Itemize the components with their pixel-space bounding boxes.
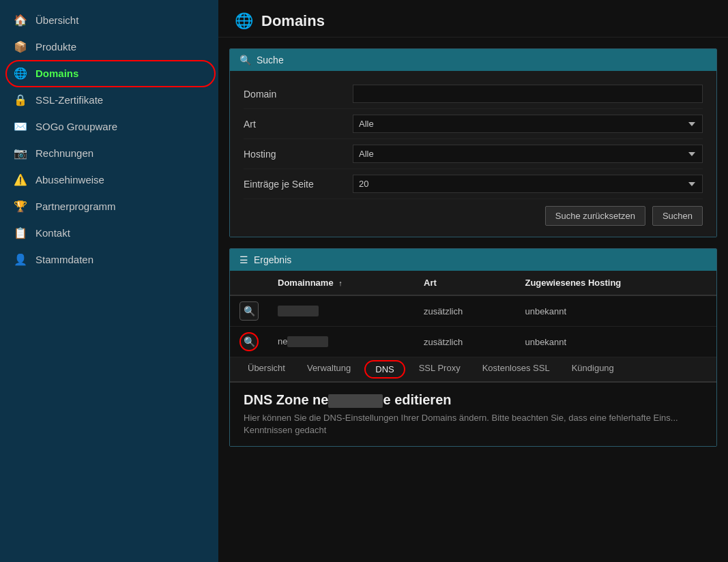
entries-row: Einträge je Seite 10 20 50 100 (244, 169, 703, 199)
sidebar-label-kontakt: Kontakt (35, 227, 70, 239)
row-search-cell: 🔍 (230, 327, 268, 357)
sidebar-item-uebersicht[interactable]: 🏠 Übersicht (0, 7, 218, 33)
hosting-row: Hosting Alle (244, 139, 703, 169)
tabs-bar: ÜbersichtVerwaltungDNSSSL ProxyKostenlos… (230, 357, 716, 383)
tab-uebersicht[interactable]: Übersicht (237, 357, 296, 383)
dns-zone-section: DNS Zone ne e editierenHier können Sie d… (230, 383, 716, 446)
art-label: Art (244, 119, 353, 130)
sidebar-icon-partnerprogramm: 🏆 (14, 200, 27, 213)
globe-icon: 🌐 (235, 12, 253, 30)
sidebar-item-abusehinweise[interactable]: ⚠️ Abusehinweise (0, 166, 218, 193)
table-row: 🔍 ne zusätzlich unbekannt (230, 327, 716, 357)
search-panel-header: 🔍 Suche (230, 49, 716, 71)
row-hosting: unbekannt (515, 295, 716, 327)
expanded-cell: ÜbersichtVerwaltungDNSSSL ProxyKostenlos… (230, 357, 716, 447)
tab-verwaltung[interactable]: Verwaltung (296, 357, 362, 383)
row-search-icon[interactable]: 🔍 (239, 332, 259, 351)
hosting-label: Hosting (244, 149, 353, 160)
row-domain (268, 295, 414, 327)
tab-ssl-proxy[interactable]: SSL Proxy (408, 357, 471, 383)
search-header-label: Suche (257, 55, 284, 65)
sidebar-label-uebersicht: Übersicht (35, 14, 78, 26)
sidebar-item-stammdaten[interactable]: 👤 Stammdaten (0, 246, 218, 273)
row-art: zusätzlich (414, 327, 515, 357)
sidebar-item-partnerprogramm[interactable]: 🏆 Partnerprogramm (0, 193, 218, 220)
form-actions: Suche zurücksetzen Suchen (244, 199, 703, 228)
sidebar-item-kontakt[interactable]: 📋 Kontakt (0, 220, 218, 246)
row-hosting: unbekannt (515, 327, 716, 357)
sidebar-icon-domains: 🌐 (14, 67, 27, 80)
search-panel: 🔍 Suche Domain Art Alle zusätzlich primä… (229, 48, 717, 237)
tab-dns[interactable]: DNS (364, 360, 405, 379)
sidebar-item-rechnungen[interactable]: 📷 Rechnungen (0, 140, 218, 166)
dns-zone-desc: Hier können Sie die DNS-Einstellungen Ih… (244, 412, 703, 437)
domain-blurred (287, 336, 328, 347)
domain-input[interactable] (353, 85, 703, 103)
tab-kostenloses-ssl[interactable]: Kostenloses SSL (471, 357, 561, 383)
sidebar-item-domains[interactable]: 🌐 Domains (0, 60, 218, 87)
col-action (230, 271, 268, 295)
search-form: Domain Art Alle zusätzlich primär Hostin… (230, 71, 716, 237)
art-select[interactable]: Alle zusätzlich primär (353, 115, 703, 133)
sidebar: 🏠 Übersicht 📦 Produkte 🌐 Domains 🔒 SSL-Z… (0, 0, 218, 562)
table-row: 🔍 zusätzlich unbekannt (230, 295, 716, 327)
entries-select[interactable]: 10 20 50 100 (353, 175, 703, 193)
sidebar-label-domains: Domains (35, 68, 78, 79)
sidebar-icon-produkte: 📦 (14, 40, 27, 53)
search-button[interactable]: Suchen (652, 206, 703, 226)
sidebar-icon-kontakt: 📋 (14, 226, 27, 239)
sidebar-icon-uebersicht: 🏠 (14, 14, 27, 27)
table-header-row: Domainname ↑ Art Zugewiesenes Hosting (230, 271, 716, 295)
art-row: Art Alle zusätzlich primär (244, 109, 703, 139)
expanded-row: ÜbersichtVerwaltungDNSSSL ProxyKostenlos… (230, 357, 716, 447)
row-art: zusätzlich (414, 295, 515, 327)
domain-row: Domain (244, 79, 703, 109)
entries-label: Einträge je Seite (244, 179, 353, 190)
domain-blurred (278, 306, 319, 316)
row-search-icon[interactable]: 🔍 (239, 301, 259, 321)
sidebar-label-produkte: Produkte (35, 41, 76, 53)
row-domain: ne (268, 327, 414, 357)
tab-kuendigung[interactable]: Kündigung (561, 357, 625, 383)
result-header-icon: ☰ (239, 254, 248, 265)
sidebar-label-rechnungen: Rechnungen (35, 147, 93, 159)
sidebar-item-sogo[interactable]: ✉️ SOGo Groupware (0, 113, 218, 140)
result-panel: ☰ Ergebnis Domainname ↑ Art Zugewiesenes… (229, 248, 717, 447)
reset-button[interactable]: Suche zurücksetzen (545, 206, 645, 226)
page-title: Domains (261, 12, 325, 30)
col-hosting: Zugewiesenes Hosting (515, 271, 716, 295)
sidebar-icon-abusehinweise: ⚠️ (14, 173, 27, 186)
page-header: 🌐 Domains (218, 0, 728, 38)
sidebar-label-stammdaten: Stammdaten (35, 254, 93, 265)
sidebar-label-ssl: SSL-Zertifikate (35, 94, 103, 106)
sidebar-icon-sogo: ✉️ (14, 120, 27, 133)
domain-prefix: ne (278, 336, 287, 346)
col-domainname: Domainname ↑ (268, 271, 414, 295)
sidebar-icon-rechnungen: 📷 (14, 147, 27, 160)
result-table: Domainname ↑ Art Zugewiesenes Hosting 🔍 … (230, 271, 716, 446)
domain-label: Domain (244, 89, 353, 100)
sort-arrow-icon: ↑ (338, 279, 343, 287)
result-header-label: Ergebnis (254, 254, 291, 265)
sidebar-item-produkte[interactable]: 📦 Produkte (0, 33, 218, 60)
main-content: 🌐 Domains 🔍 Suche Domain Art Alle zusätz… (218, 0, 728, 562)
sidebar-label-abusehinweise: Abusehinweise (35, 174, 104, 186)
col-art: Art (414, 271, 515, 295)
sidebar-icon-stammdaten: 👤 (14, 253, 27, 266)
search-header-icon: 🔍 (239, 55, 251, 65)
hosting-select[interactable]: Alle (353, 145, 703, 163)
row-search-cell: 🔍 (230, 295, 268, 327)
sidebar-label-partnerprogramm: Partnerprogramm (35, 201, 116, 212)
sidebar-item-ssl[interactable]: 🔒 SSL-Zertifikate (0, 87, 218, 113)
sidebar-label-sogo: SOGo Groupware (35, 121, 117, 132)
result-panel-header: ☰ Ergebnis (230, 249, 716, 271)
dns-zone-title: DNS Zone ne e editieren (244, 392, 703, 408)
sidebar-icon-ssl: 🔒 (14, 93, 27, 106)
